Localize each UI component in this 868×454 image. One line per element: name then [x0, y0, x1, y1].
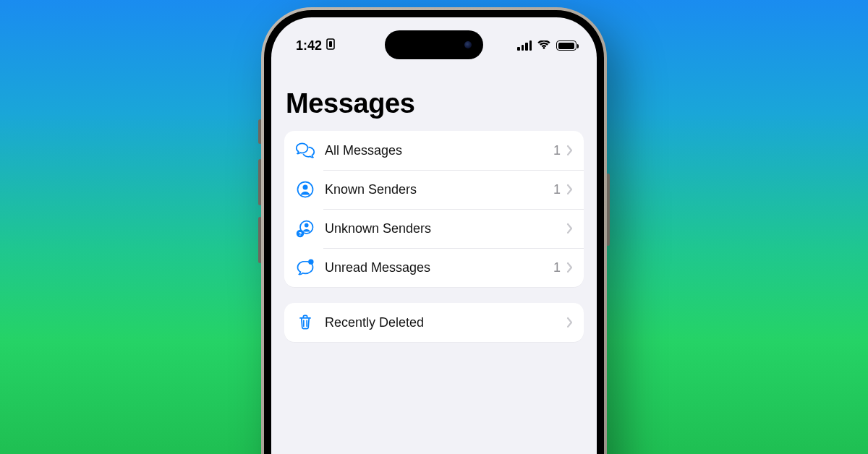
row-count: 1	[553, 260, 561, 275]
person-question-icon: ?	[294, 218, 316, 239]
row-label: Unread Messages	[325, 260, 553, 275]
row-label: Known Senders	[325, 182, 553, 197]
page-title: Messages	[286, 88, 582, 119]
phone-mockup: 1:42 Messages	[261, 7, 607, 454]
row-recently-deleted[interactable]: Recently Deleted	[284, 303, 584, 342]
messages-bubbles-icon	[294, 140, 316, 161]
row-label: Recently Deleted	[325, 315, 566, 330]
svg-rect-1	[329, 41, 332, 47]
cellular-signal-icon	[517, 40, 532, 51]
row-known-senders[interactable]: Known Senders 1	[284, 170, 584, 209]
trash-icon	[294, 312, 316, 333]
svg-point-5	[305, 223, 309, 228]
chevron-right-icon	[566, 317, 574, 328]
status-time: 1:42	[296, 38, 322, 53]
row-label: Unknown Senders	[325, 221, 561, 236]
wifi-icon	[537, 40, 550, 51]
svg-point-3	[303, 184, 308, 189]
row-count: 1	[553, 182, 561, 197]
filters-card: All Messages 1	[284, 131, 584, 287]
svg-point-8	[308, 259, 313, 264]
message-badge-icon	[294, 257, 316, 278]
row-unknown-senders[interactable]: ? Unknown Senders	[284, 209, 584, 248]
sim-indicator-icon	[326, 38, 336, 53]
svg-text:?: ?	[299, 231, 302, 237]
row-count: 1	[553, 143, 561, 158]
row-unread-messages[interactable]: Unread Messages 1	[284, 248, 584, 287]
chevron-right-icon	[566, 184, 574, 195]
secondary-card: Recently Deleted	[284, 303, 584, 342]
chevron-right-icon	[566, 145, 574, 156]
chevron-right-icon	[566, 262, 574, 273]
battery-icon	[556, 40, 576, 51]
person-circle-icon	[294, 179, 316, 200]
row-label: All Messages	[325, 143, 553, 158]
row-all-messages[interactable]: All Messages 1	[284, 131, 584, 170]
front-camera-icon	[464, 41, 472, 48]
chevron-right-icon	[566, 223, 574, 234]
phone-screen: 1:42 Messages	[271, 17, 597, 454]
dynamic-island	[385, 30, 483, 59]
